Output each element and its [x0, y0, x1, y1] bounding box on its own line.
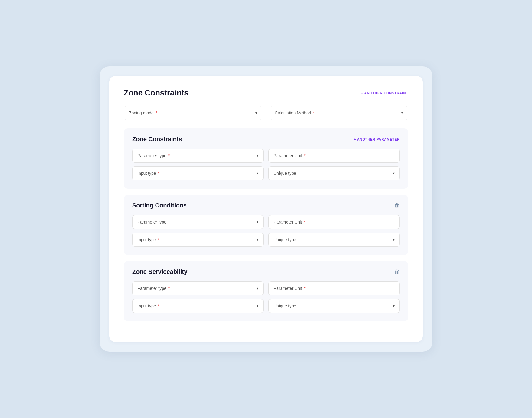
delete-button-sorting-conditions[interactable]: 🗑	[394, 202, 400, 209]
required-star-zone-constraints-1-left: *	[158, 171, 159, 176]
required-star-sorting-conditions-0-left: *	[168, 220, 170, 224]
dropdown-zone-serviceability-1-left[interactable]: Input type*▾	[132, 299, 264, 313]
calculation-method-chevron-icon: ▾	[401, 111, 403, 115]
dropdown-zone-serviceability-0-left[interactable]: Parameter type*▾	[132, 281, 264, 295]
inner-card: Zone Constraints + ANOTHER CONSTRAINT Zo…	[109, 76, 423, 342]
input-text-zone-serviceability-0-right: Parameter Unit	[274, 286, 302, 291]
dropdown-label-sorting-conditions-1-right: Unique type	[274, 237, 296, 242]
dropdown-zone-serviceability-1-right[interactable]: Unique type▾	[268, 299, 400, 313]
field-row-zone-constraints-1: Input type*▾Unique type▾	[132, 166, 400, 180]
section-sorting-conditions: Sorting Conditions🗑Parameter type*▾Param…	[124, 195, 408, 255]
chevron-icon-sorting-conditions-0-left: ▾	[257, 220, 258, 224]
dropdown-text-sorting-conditions-1-left: Input type	[137, 237, 156, 242]
chevron-icon-sorting-conditions-1-left: ▾	[257, 237, 258, 242]
dropdown-label-sorting-conditions-0-left: Parameter type*	[137, 220, 170, 224]
add-param-button-zone-constraints[interactable]: + ANOTHER PARAMETER	[354, 138, 400, 141]
dropdown-label-zone-serviceability-1-right: Unique type	[274, 304, 296, 308]
dropdown-sorting-conditions-1-left[interactable]: Input type*▾	[132, 233, 264, 247]
dropdown-label-zone-constraints-0-left: Parameter type*	[137, 153, 170, 158]
section-zone-constraints: Zone Constraints+ ANOTHER PARAMETERParam…	[124, 128, 408, 189]
required-star-sorting-conditions-0-right: *	[304, 220, 305, 224]
dropdown-text-zone-serviceability-1-right: Unique type	[274, 304, 296, 308]
top-dropdowns: Zoning model * ▾ Calculation Method * ▾	[124, 106, 408, 120]
required-star-zone-serviceability-1-left: *	[158, 304, 159, 308]
required-star-zone-constraints-0-right: *	[304, 153, 305, 158]
dropdown-text-zone-constraints-1-left: Input type	[137, 171, 156, 176]
required-star-zone-constraints-0-left: *	[168, 153, 170, 158]
dropdown-text-zone-serviceability-0-left: Parameter type	[137, 286, 166, 291]
zoning-model-dropdown[interactable]: Zoning model * ▾	[124, 106, 262, 120]
input-text-sorting-conditions-0-right: Parameter Unit	[274, 220, 302, 224]
calculation-method-required: *	[312, 111, 314, 115]
page-header: Zone Constraints + ANOTHER CONSTRAINT	[124, 88, 408, 98]
chevron-icon-zone-serviceability-1-left: ▾	[257, 304, 258, 308]
required-star-sorting-conditions-1-left: *	[158, 237, 159, 242]
outer-card: Zone Constraints + ANOTHER CONSTRAINT Zo…	[100, 66, 432, 352]
input-zone-constraints-0-right: Parameter Unit*	[268, 149, 400, 163]
required-star-zone-serviceability-0-right: *	[304, 286, 305, 291]
chevron-icon-zone-constraints-0-left: ▾	[257, 154, 258, 158]
dropdown-text-zone-constraints-1-right: Unique type	[274, 171, 296, 176]
input-label-zone-serviceability-0-right: Parameter Unit*	[274, 286, 306, 291]
field-row-zone-constraints-0: Parameter type*▾Parameter Unit*	[132, 149, 400, 163]
chevron-icon-zone-serviceability-0-left: ▾	[257, 286, 258, 290]
page-title: Zone Constraints	[124, 88, 189, 98]
section-title-zone-serviceability: Zone Serviceability	[132, 268, 187, 275]
input-zone-serviceability-0-right: Parameter Unit*	[268, 281, 400, 295]
dropdown-text-zone-constraints-0-left: Parameter type	[137, 153, 166, 158]
field-row-zone-serviceability-1: Input type*▾Unique type▾	[132, 299, 400, 313]
chevron-icon-zone-serviceability-1-right: ▾	[393, 304, 395, 308]
field-row-sorting-conditions-0: Parameter type*▾Parameter Unit*	[132, 215, 400, 229]
chevron-icon-sorting-conditions-1-right: ▾	[393, 237, 395, 242]
zoning-model-chevron-icon: ▾	[255, 111, 257, 115]
dropdown-label-sorting-conditions-1-left: Input type*	[137, 237, 159, 242]
dropdown-label-zone-serviceability-0-left: Parameter type*	[137, 286, 170, 291]
field-row-sorting-conditions-1: Input type*▾Unique type▾	[132, 233, 400, 247]
field-row-zone-serviceability-0: Parameter type*▾Parameter Unit*	[132, 281, 400, 295]
dropdown-text-sorting-conditions-1-right: Unique type	[274, 237, 296, 242]
dropdown-sorting-conditions-1-right[interactable]: Unique type▾	[268, 233, 400, 247]
section-title-sorting-conditions: Sorting Conditions	[132, 202, 187, 209]
dropdown-text-zone-serviceability-1-left: Input type	[137, 304, 156, 308]
section-header-zone-constraints: Zone Constraints+ ANOTHER PARAMETER	[132, 136, 400, 143]
delete-button-zone-serviceability[interactable]: 🗑	[394, 269, 400, 275]
input-label-zone-constraints-0-right: Parameter Unit*	[274, 153, 306, 158]
dropdown-zone-constraints-0-left[interactable]: Parameter type*▾	[132, 149, 264, 163]
dropdown-zone-constraints-1-left[interactable]: Input type*▾	[132, 166, 264, 180]
section-title-zone-constraints: Zone Constraints	[132, 136, 182, 143]
section-zone-serviceability: Zone Serviceability🗑Parameter type*▾Para…	[124, 261, 408, 321]
sections-container: Zone Constraints+ ANOTHER PARAMETERParam…	[124, 128, 408, 321]
input-label-sorting-conditions-0-right: Parameter Unit*	[274, 220, 306, 224]
dropdown-label-zone-serviceability-1-left: Input type*	[137, 304, 159, 308]
required-star-zone-serviceability-0-left: *	[168, 286, 170, 291]
dropdown-text-sorting-conditions-0-left: Parameter type	[137, 220, 166, 224]
chevron-icon-zone-constraints-1-right: ▾	[393, 171, 395, 175]
input-text-zone-constraints-0-right: Parameter Unit	[274, 153, 302, 158]
section-header-zone-serviceability: Zone Serviceability🗑	[132, 268, 400, 275]
zoning-model-required: *	[156, 111, 157, 115]
chevron-icon-zone-constraints-1-left: ▾	[257, 171, 258, 175]
calculation-method-label: Calculation Method *	[275, 111, 314, 115]
zoning-model-label: Zoning model *	[129, 111, 157, 115]
dropdown-label-zone-constraints-1-right: Unique type	[274, 171, 296, 176]
dropdown-sorting-conditions-0-left[interactable]: Parameter type*▾	[132, 215, 264, 229]
dropdown-zone-constraints-1-right[interactable]: Unique type▾	[268, 166, 400, 180]
dropdown-label-zone-constraints-1-left: Input type*	[137, 171, 159, 176]
section-header-sorting-conditions: Sorting Conditions🗑	[132, 202, 400, 209]
add-constraint-button[interactable]: + ANOTHER CONSTRAINT	[361, 91, 408, 95]
input-sorting-conditions-0-right: Parameter Unit*	[268, 215, 400, 229]
calculation-method-dropdown[interactable]: Calculation Method * ▾	[270, 106, 408, 120]
